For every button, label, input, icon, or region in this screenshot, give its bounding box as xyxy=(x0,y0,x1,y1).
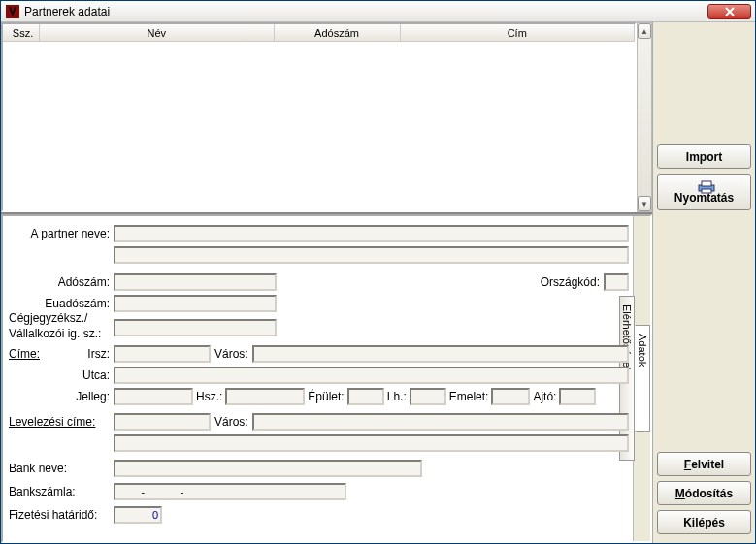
grid-scrollbar[interactable]: ▲ ▼ xyxy=(637,22,652,212)
modositas-button[interactable]: Módosítás xyxy=(657,481,751,505)
input-lev-irsz[interactable] xyxy=(114,413,211,431)
scroll-track[interactable] xyxy=(638,39,651,196)
input-fizetesi[interactable] xyxy=(114,506,162,524)
label-epulet: Épület: xyxy=(305,390,346,403)
print-button-label: Nyomtatás xyxy=(674,191,734,205)
input-cegjegyzek[interactable] xyxy=(114,319,277,336)
grid-area: Ssz. Név Adószám Cím ▲ ▼ xyxy=(1,22,652,214)
column-ssz[interactable]: Ssz. xyxy=(3,24,40,41)
printer-icon xyxy=(695,180,714,190)
scroll-up-icon[interactable]: ▲ xyxy=(638,23,651,39)
label-bank-neve: Bank neve: xyxy=(7,462,114,475)
sidebar: Import Nyomtatás Felvitel Módosítás Kilé… xyxy=(653,22,755,543)
input-lev-varos[interactable] xyxy=(252,413,629,431)
label-euadoszam: Euadószám: xyxy=(7,297,114,310)
tab-adatok[interactable]: Adatok xyxy=(635,325,650,432)
import-button[interactable]: Import xyxy=(657,144,751,169)
label-emelet: Emelet: xyxy=(446,390,492,403)
kilepes-button[interactable]: Kilépés xyxy=(657,510,751,534)
label-jelleg: Jelleg: xyxy=(7,390,114,403)
input-irsz[interactable] xyxy=(114,345,211,363)
felvitel-button[interactable]: Felvitel xyxy=(657,452,751,476)
label-irsz: Irsz: xyxy=(51,347,114,361)
input-bank-neve[interactable] xyxy=(114,460,422,477)
input-orszagkod[interactable] xyxy=(604,273,629,291)
label-hsz: Hsz.: xyxy=(193,390,225,403)
column-adoszam[interactable]: Adószám xyxy=(275,24,401,41)
label-utca: Utca: xyxy=(7,368,114,382)
input-hsz[interactable] xyxy=(225,388,305,405)
input-emelet[interactable] xyxy=(491,388,530,405)
label-levelezesi: Levelezési címe: xyxy=(7,415,114,429)
print-button[interactable]: Nyomtatás xyxy=(657,174,751,210)
label-cegjegyzek: Cégjegyzéksz./ xyxy=(7,311,114,325)
scroll-down-icon[interactable]: ▼ xyxy=(638,196,651,211)
close-button[interactable] xyxy=(707,4,751,19)
grid-header: Ssz. Név Adószám Cím xyxy=(3,24,635,42)
label-adoszam: Adószám: xyxy=(7,275,114,289)
label-cime: Címe: xyxy=(7,347,51,361)
data-grid[interactable]: Ssz. Név Adószám Cím xyxy=(1,22,637,212)
input-partner-neve-2[interactable] xyxy=(114,246,629,264)
titlebar: Partnerek adatai xyxy=(1,1,755,22)
close-icon xyxy=(724,7,736,16)
window-title: Partnerek adatai xyxy=(24,5,707,18)
svg-rect-2 xyxy=(702,181,711,186)
label-lev-varos: Város: xyxy=(211,415,252,429)
main-panel: Ssz. Név Adószám Cím ▲ ▼ A partner ne xyxy=(1,22,653,543)
input-ajto[interactable] xyxy=(559,388,596,405)
app-window: Partnerek adatai Ssz. Név Adószám Cím ▲ xyxy=(0,0,756,544)
label-ajto: Ajtó: xyxy=(530,390,559,403)
label-fizetesi: Fizetési határidő: xyxy=(7,508,114,522)
column-nev[interactable]: Név xyxy=(40,24,275,41)
input-partner-neve[interactable] xyxy=(114,225,629,242)
label-lh: Lh.: xyxy=(384,390,410,403)
input-jelleg[interactable] xyxy=(114,388,193,405)
app-icon xyxy=(6,5,19,18)
label-orszagkod: Országkód: xyxy=(541,275,604,289)
column-cim[interactable]: Cím xyxy=(401,24,636,41)
input-varos[interactable] xyxy=(252,345,629,363)
input-adoszam[interactable] xyxy=(114,273,277,291)
label-varos: Város: xyxy=(211,347,252,361)
input-epulet[interactable] xyxy=(347,388,384,405)
input-lh[interactable] xyxy=(410,388,446,405)
vertical-tabs: Adatok Elérhetőségek xyxy=(633,216,650,541)
form-panel: A partner neve: Adószám: Országkód: xyxy=(1,214,652,543)
input-utca[interactable] xyxy=(114,367,629,384)
input-lev-utca[interactable] xyxy=(114,434,629,452)
label-bankszamla: Bankszámla: xyxy=(7,485,114,498)
label-partner-neve: A partner neve: xyxy=(7,227,114,240)
input-bankszamla[interactable] xyxy=(114,483,346,500)
label-vallalkozoi: Vállalkozói ig. sz.: xyxy=(7,327,114,340)
